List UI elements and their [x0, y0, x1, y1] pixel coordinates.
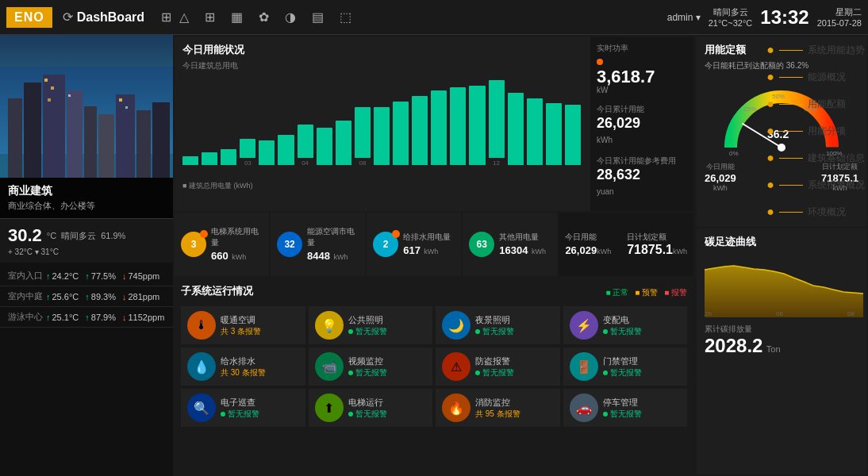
sub-item-elevator: 3 电梯系统用电量 660 kWh — [175, 213, 269, 276]
svg-rect-16 — [125, 106, 128, 109]
subsys-ops-panel: 子系统运行情况 ■ 正常 ■ 预警 ■ 报警 🌡暖通空调共 3 条报警💡公共照明… — [175, 278, 693, 474]
subsys-card-10[interactable]: 🔥消防监控共 95 条报警 — [436, 389, 560, 427]
subsys-status-6: 暂无报警 — [475, 367, 514, 378]
building-desc: 商业综合体、办公楼等 — [8, 200, 165, 212]
subsys-status-9: 暂无报警 — [348, 409, 387, 420]
nav-leaf-icon[interactable]: ✿ — [259, 10, 269, 25]
svg-rect-14 — [68, 94, 71, 97]
bar-col-16: 12 — [489, 80, 505, 167]
env-section: 室内入口 ↑24.2°C ↑77.5% ↓745ppm 室内中庭 ↑25.6°C… — [0, 263, 173, 476]
sub-items-row: 3 电梯系统用电量 660 kWh 32 能源空调市电量 8448 kWh — [175, 213, 693, 276]
sub-circle-other: 63 — [469, 232, 494, 257]
bar-col-13 — [431, 90, 447, 167]
nav-screen-icon[interactable]: ⬚ — [340, 10, 351, 25]
nav-date-label: 2015-07-28 — [817, 18, 862, 28]
annotation-building-info: ● 建筑基础信息 — [766, 151, 865, 165]
bar-6 — [298, 125, 313, 158]
subsys-icon-4: 💧 — [187, 352, 216, 381]
subsys-card-11[interactable]: 🚗停车管理暂无报警 — [563, 389, 688, 427]
left-panel: 商业建筑 商业综合体、办公楼等 30.2 °C 晴间多云 61.9% + 32°… — [0, 35, 173, 476]
bar-col-5 — [278, 135, 294, 167]
bar-col-19 — [546, 103, 562, 167]
env-row-atrium: 室内中庭 ↑25.6°C ↑89.3% ↓281ppm — [0, 286, 173, 307]
subsys-card-1[interactable]: 💡公共照明暂无报警 — [309, 306, 433, 344]
sub-circle-water: 2 — [373, 232, 398, 257]
nav-icon-bar: △ ⊞ ▦ ✿ ◑ ▤ ⬚ — [175, 10, 667, 25]
svg-text:2h: 2h — [705, 310, 712, 317]
sub-item-hvac: 32 能源空调市电量 8448 kWh — [271, 213, 365, 276]
nav-calendar-icon[interactable]: ▤ — [312, 10, 324, 25]
svg-rect-6 — [84, 106, 97, 178]
subsys-card-0[interactable]: 🌡暖通空调共 3 条报警 — [181, 306, 305, 344]
building-type: 商业建筑 — [8, 184, 165, 198]
nav-weather: 晴间多云 21°C~32°C — [709, 6, 753, 28]
main-area: 商业建筑 商业综合体、办公楼等 30.2 °C 晴间多云 61.9% + 32°… — [0, 35, 868, 476]
cost-val: 28,632 — [597, 167, 687, 183]
svg-rect-7 — [98, 114, 114, 178]
subsys-status-7: 暂无报警 — [603, 367, 642, 378]
subsys-card-8[interactable]: 🔍电子巡查暂无报警 — [181, 389, 305, 427]
subsys-card-5[interactable]: 📹视频监控暂无报警 — [309, 347, 433, 386]
annotations: ● 系统用能趋势 ● 能源概况 ● 用能配额 ● 用能分项 ● 建筑基础信息 ●… — [766, 43, 868, 219]
svg-rect-10 — [152, 102, 170, 178]
svg-rect-3 — [24, 83, 41, 178]
bar-11 — [393, 102, 409, 165]
realtime-val: 3,618.7 — [597, 68, 687, 86]
env-row-pool: 游泳中心 ↑25.1°C ↑87.9% ↓1152ppm — [0, 307, 173, 328]
bar-14 — [450, 87, 466, 165]
weather-temp-big: 30.2 — [8, 225, 42, 246]
nav-grid-icon[interactable]: ⊞ — [205, 10, 215, 25]
bar-col-20 — [565, 105, 581, 167]
subsys-card-2[interactable]: 🌙夜景照明暂无报警 — [436, 306, 560, 344]
subsys-icon-10: 🔥 — [442, 393, 470, 422]
bar-col-8 — [336, 121, 351, 167]
bar-10 — [374, 107, 390, 165]
subsys-icon-7: 🚪 — [570, 352, 598, 381]
subsys-status-2: 暂无报警 — [475, 326, 514, 337]
chart-subtitle: 今日建筑总用电 — [182, 60, 581, 71]
bar-col-1 — [202, 152, 217, 167]
bar-2 — [221, 149, 236, 165]
subsys-icon-1: 💡 — [315, 311, 344, 340]
svg-rect-15 — [119, 98, 122, 102]
sub-item-water: 2 给排水用电量 617 kWh — [367, 213, 461, 276]
nav-add-icon[interactable]: ⊞ — [161, 10, 171, 25]
carbon-val: 2028.2 — [705, 335, 762, 356]
bar-9 — [355, 107, 371, 158]
subsys-card-7[interactable]: 🚪门禁管理暂无报警 — [563, 347, 688, 386]
carbon-panel: 碳足迹曲线 2h 06 — [697, 228, 866, 474]
bar-7 — [317, 128, 332, 165]
svg-rect-11 — [44, 79, 48, 82]
bar-1 — [202, 152, 217, 165]
subsys-icon-3: ⚡ — [570, 311, 598, 340]
chart-legend: ■ 建筑总用电量 (kWh) — [182, 181, 581, 191]
sub-item-other: 63 其他用电量 16304 kWh — [463, 213, 557, 276]
bar-4 — [259, 140, 275, 165]
bar-20 — [565, 105, 581, 165]
bar-col-11 — [393, 102, 409, 167]
subsys-card-3[interactable]: ⚡变配电暂无报警 — [563, 306, 688, 344]
nav-moon-icon[interactable]: ◑ — [285, 10, 296, 25]
nav-bar-icon[interactable]: ▦ — [231, 10, 243, 25]
bar-17 — [508, 93, 524, 165]
svg-text:25%: 25% — [743, 106, 756, 113]
sub-circle-hvac: 32 — [277, 232, 302, 257]
bar-15 — [469, 86, 485, 165]
bar-16 — [489, 80, 505, 158]
nav-admin-label[interactable]: admin ▾ — [667, 12, 701, 23]
subsys-card-9[interactable]: ⬆电梯运行暂无报警 — [309, 389, 433, 427]
building-info: 商业建筑 商业综合体、办公楼等 — [0, 178, 173, 218]
svg-rect-4 — [43, 75, 65, 178]
nav-alert-icon[interactable]: △ — [179, 10, 189, 25]
svg-rect-13 — [48, 98, 51, 102]
svg-rect-12 — [51, 86, 54, 90]
bar-col-14 — [450, 87, 466, 167]
subsys-status-3: 暂无报警 — [603, 326, 642, 337]
subsys-card-6[interactable]: ⚠防盗报警暂无报警 — [436, 347, 560, 386]
subsys-panel-title: 子系统运行情况 — [181, 284, 253, 298]
subsys-card-4[interactable]: 💧给水排水共 30 条报警 — [181, 347, 305, 386]
building-image — [0, 35, 173, 178]
nav-home-icon[interactable]: ⟳ — [63, 10, 73, 25]
bar-col-3: 03 — [240, 139, 255, 167]
annotation-energy-overview: ● 能源概况 — [766, 70, 865, 84]
